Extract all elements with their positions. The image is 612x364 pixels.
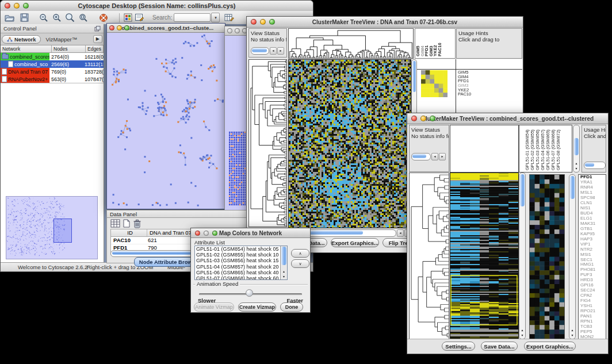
scroll-right-arrow[interactable]: ▸: [439, 153, 446, 160]
cluster-mini-heatmap[interactable]: [421, 70, 447, 97]
network-view-titlebar[interactable]: combined_scores_good.txt--cluste...: [107, 24, 225, 33]
network-canvas[interactable]: [107, 32, 224, 208]
scroll-left-arrow[interactable]: ◂: [431, 153, 438, 160]
attribute-list-item[interactable]: GPL51-02 (GSM855) heat shock 10 min: [195, 252, 287, 258]
network-table-row[interactable]: combined_scores2764(0)16218(0): [1, 53, 104, 60]
save-session-button[interactable]: [19, 12, 30, 23]
minimize-button[interactable]: [235, 28, 240, 33]
attribute-list[interactable]: GPL51-01 (GSM854) heat shock 05 minGPL51…: [194, 246, 288, 280]
animate-vizmap-button[interactable]: Animate Vizmap: [194, 302, 234, 312]
float-panel-icon[interactable]: [94, 26, 101, 32]
dialog-titlebar[interactable]: Map Colors to Network: [191, 228, 310, 238]
scroll-thumb[interactable]: [252, 48, 267, 52]
move-up-button[interactable]: ∧: [291, 249, 309, 258]
scroll-thumb[interactable]: [574, 138, 579, 155]
tab-network[interactable]: Network: [2, 35, 41, 44]
status-hscrollbar[interactable]: ◂ ▸: [251, 47, 284, 55]
scroll-track[interactable]: [411, 153, 431, 160]
network-table-row[interactable]: DNA and Tran 07769(0)183728(0): [1, 68, 104, 75]
settings-button[interactable]: Settings...: [442, 342, 475, 351]
zoom-heatmap[interactable]: [530, 175, 564, 339]
scroll-thumb[interactable]: [570, 176, 575, 199]
zoom-vscrollbar[interactable]: ▴ ▾: [569, 174, 576, 339]
row-dendrogram[interactable]: [249, 60, 286, 227]
animation-slider-thumb[interactable]: [246, 289, 253, 297]
zoom-out-button[interactable]: [38, 12, 49, 23]
minimize-button[interactable]: [117, 25, 122, 30]
global-heatmap[interactable]: [450, 173, 518, 339]
scroll-up-arrow[interactable]: ▴: [573, 161, 579, 166]
network-table-row[interactable]: RNAPuberNov2+563(0)107847(0): [1, 75, 104, 83]
labels-vscrollbar[interactable]: ▴ ▾: [573, 125, 580, 173]
scroll-track[interactable]: [584, 162, 606, 169]
new-attribute-icon[interactable]: [123, 219, 131, 228]
row-dendrogram[interactable]: [410, 173, 449, 339]
minimize-button[interactable]: [14, 3, 20, 9]
close-button[interactable]: [5, 3, 10, 9]
minimize-button[interactable]: [204, 231, 209, 236]
scroll-down-arrow[interactable]: ▾: [573, 166, 579, 171]
close-button[interactable]: [109, 25, 114, 30]
close-button[interactable]: [411, 116, 417, 121]
scroll-right-arrow[interactable]: ▸: [277, 47, 284, 55]
treeview2-titlebar[interactable]: ClusterMaker TreeView : combined_scores_…: [407, 113, 608, 124]
attribute-list-item[interactable]: GPL51-04 (GSM857) heat shock 20 min: [195, 264, 287, 270]
search-input[interactable]: [174, 13, 211, 22]
zoom-selected-button[interactable]: [64, 12, 75, 23]
scroll-down-arrow[interactable]: ▾: [519, 333, 525, 338]
hints-hscrollbar[interactable]: [584, 162, 606, 169]
vizmap-button[interactable]: [123, 12, 133, 23]
network-grid-canvas[interactable]: [229, 132, 247, 206]
minimize-button[interactable]: [260, 19, 266, 25]
main-heatmap[interactable]: [289, 60, 411, 228]
scroll-down-arrow[interactable]: ▾: [281, 274, 287, 279]
status-hscrollbar[interactable]: ◂ ▸: [411, 153, 446, 160]
save-data-button[interactable]: Save Data...: [481, 342, 518, 351]
scroll-thumb[interactable]: [585, 163, 594, 167]
search-dropdown-button[interactable]: ▾: [211, 13, 220, 22]
trash-icon[interactable]: [133, 219, 141, 228]
overview-selection-rect[interactable]: [53, 219, 72, 243]
global-vscrollbar[interactable]: ▴ ▾: [519, 173, 526, 339]
attribute-table-icon[interactable]: [110, 219, 120, 228]
network-table-row[interactable]: combined_sco2569(6)13112(15): [1, 60, 104, 68]
close-button[interactable]: [227, 28, 232, 33]
minimize-button[interactable]: [420, 116, 426, 121]
export-graphics-button[interactable]: Export Graphics...: [331, 238, 379, 247]
attribute-list-item[interactable]: GPL51-07 (GSM868) heat shock 60 min: [195, 275, 287, 280]
export-graphics-button[interactable]: Export Graphics...: [524, 342, 576, 351]
create-vizmap-button[interactable]: Create Vizmap: [238, 302, 276, 312]
main-titlebar[interactable]: Cytoscape Desktop (Session Name: collins…: [1, 1, 313, 12]
scroll-thumb[interactable]: [520, 174, 525, 206]
scroll-thumb[interactable]: [281, 247, 286, 265]
network-overview-panel[interactable]: [6, 196, 98, 259]
scroll-left-arrow[interactable]: ◂: [270, 47, 277, 55]
done-button[interactable]: Done: [280, 302, 303, 312]
treeview1-titlebar[interactable]: ClusterMaker TreeView : DNA and Tran 07-…: [247, 17, 523, 28]
scroll-left-arrow[interactable]: ◂: [397, 229, 404, 237]
close-button[interactable]: [195, 231, 200, 236]
zoom-button[interactable]: [430, 116, 435, 121]
attribute-list-item[interactable]: GPL51-01 (GSM854) heat shock 05 min: [195, 246, 287, 252]
tab-overflow-button[interactable]: ▶: [93, 35, 102, 43]
scroll-thumb[interactable]: [412, 154, 426, 158]
tab-vizmapper[interactable]: VizMapper™: [41, 36, 82, 43]
scroll-track[interactable]: [251, 47, 269, 55]
move-down-button[interactable]: ∨: [291, 259, 309, 268]
open-session-button[interactable]: [4, 12, 15, 23]
list-vscrollbar[interactable]: ▴ ▾: [280, 246, 287, 279]
help-button[interactable]: [98, 12, 109, 23]
zoom-button[interactable]: [269, 19, 275, 25]
zoom-button[interactable]: [124, 25, 129, 30]
table-edit-button[interactable]: [224, 12, 235, 23]
zoom-in-button[interactable]: [51, 12, 62, 23]
annotation-button[interactable]: [133, 12, 144, 23]
scroll-up-arrow[interactable]: ▴: [281, 269, 287, 274]
zoom-button[interactable]: [23, 3, 29, 9]
zoom-fit-button[interactable]: [78, 12, 89, 23]
attribute-list-item[interactable]: GPL51-03 (GSM856) heat shock 15 min: [195, 258, 287, 263]
attribute-list-item[interactable]: GPL51-06 (GSM865) heat shock 40 min: [195, 270, 287, 275]
scroll-thumb[interactable]: [412, 61, 416, 92]
zoom-button[interactable]: [212, 231, 217, 236]
column-dendrogram[interactable]: [289, 29, 413, 58]
